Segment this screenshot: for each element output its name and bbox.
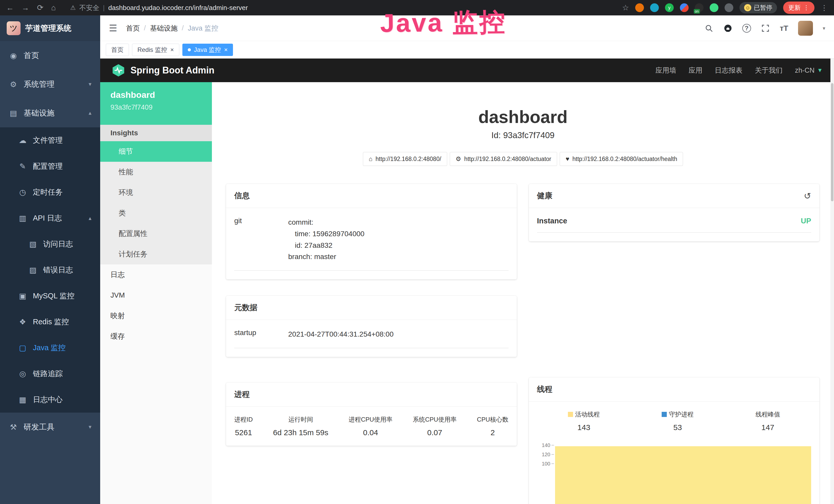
service-url-button[interactable]: ⌂ http://192.168.0.2:48080/ — [363, 152, 447, 166]
app-sidebar: ツ 芋道管理系统 ◉ 首页 ⚙ 系统管理 ▾ ▤ 基础设施 ▴ ☁ 文件管理 — [0, 16, 100, 504]
screen: ← → ⟳ ⌂ ⚠ 不安全 | dashboard.yudao.iocoder.… — [0, 0, 834, 504]
sba-nav-journal[interactable]: 日志报表 — [715, 66, 743, 75]
tab-java[interactable]: Java 监控 × — [182, 44, 233, 56]
help-icon[interactable]: ? — [742, 24, 751, 32]
extension-icon-3[interactable]: y — [665, 3, 674, 12]
sba-nav-about[interactable]: 关于我们 — [755, 66, 783, 75]
page-scrollbar[interactable] — [830, 59, 834, 504]
sidebar-item-system[interactable]: ⚙ 系统管理 ▾ — [0, 70, 100, 98]
extension-icon-1[interactable] — [635, 3, 644, 12]
sidebar-item-log-center[interactable]: ▦ 日志中心 — [0, 387, 100, 413]
home-icon[interactable]: ⌂ — [51, 4, 56, 12]
sba-item-env[interactable]: 环境 — [100, 182, 212, 203]
metadata-value: 2021-04-27T00:44:31.254+08:00 — [288, 329, 394, 340]
scrollbar-thumb[interactable] — [831, 83, 833, 201]
fullscreen-icon[interactable] — [761, 24, 770, 33]
infrastructure-icon: ▤ — [9, 109, 18, 118]
history-icon[interactable]: ↺ — [804, 191, 811, 201]
redis-monitor-icon: ❖ — [18, 317, 27, 326]
address-bar[interactable]: ⚠ 不安全 | dashboard.yudao.iocoder.cn/infra… — [70, 3, 248, 12]
extension-icon-4[interactable] — [680, 3, 688, 12]
sidebar-item-java[interactable]: ▢ Java 监控 — [0, 335, 100, 361]
sba-item-caches[interactable]: 缓存 — [100, 326, 212, 347]
sidebar-item-config[interactable]: ✎ 配置管理 — [0, 153, 100, 179]
breadcrumb-home[interactable]: 首页 — [126, 24, 140, 33]
actuator-url-button[interactable]: ⚙ http://192.168.0.2:48080/actuator — [450, 152, 557, 166]
browser-menu-icon[interactable]: ⋮ — [821, 4, 828, 12]
sba-brand[interactable]: Spring Boot Admin — [111, 63, 215, 77]
sidebar-item-devtools[interactable]: ⚒ 研发工具 ▾ — [0, 413, 100, 441]
extension-icon-6[interactable] — [710, 3, 719, 12]
extension-icon-2[interactable] — [650, 3, 659, 12]
url-text: dashboard.yudao.iocoder.cn/infra/admin-s… — [108, 4, 248, 12]
sba-nav-wallboard[interactable]: 应用墙 — [656, 66, 676, 75]
sidebar-item-jobs[interactable]: ◷ 定时任务 — [0, 179, 100, 205]
breadcrumb-current: Java 监控 — [188, 24, 218, 33]
close-icon[interactable]: × — [224, 46, 227, 53]
sba-item-details[interactable]: 细节 — [100, 141, 212, 162]
search-icon[interactable] — [704, 24, 714, 33]
font-size-icon[interactable]: ᴛT — [780, 24, 788, 32]
user-avatar[interactable] — [798, 21, 813, 36]
refresh-icon[interactable]: ⟳ — [37, 4, 43, 12]
close-icon[interactable]: × — [170, 46, 174, 53]
extension-icon-5[interactable]: on — [695, 3, 704, 12]
sidebar-item-access-log[interactable]: ▧ 访问日志 — [0, 231, 100, 257]
sba-nav-applications[interactable]: 应用 — [688, 66, 702, 75]
bookmark-star-icon[interactable]: ☆ — [622, 4, 629, 12]
legend-peak-threads: 线程峰值 147 — [755, 410, 780, 432]
app-logo[interactable]: ツ 芋道管理系统 — [0, 16, 100, 41]
sidebar-item-redis[interactable]: ❖ Redis 监控 — [0, 309, 100, 335]
process-metric: 进程CPU使用率 0.04 — [349, 415, 393, 437]
infra-submenu: ☁ 文件管理 ✎ 配置管理 ◷ 定时任务 ▥ API 日志 ▴ ▧ — [0, 127, 100, 413]
sba-item-metrics[interactable]: 性能 — [100, 162, 212, 182]
paused-badge[interactable]: ☺ 已暂停 — [740, 2, 777, 13]
sba-item-scheduled[interactable]: 计划任务 — [100, 244, 212, 265]
sba-sidebar: dashboard 93a3fc7f7409 Insights 细节 性能 环境… — [100, 82, 212, 504]
health-url-button[interactable]: ♥ http://192.168.0.2:48080/actuator/heal… — [560, 152, 683, 166]
instance-header: dashboard 93a3fc7f7409 — [100, 82, 212, 125]
instance-id: 93a3fc7f7409 — [110, 104, 202, 111]
log-center-icon: ▦ — [18, 395, 27, 404]
breadcrumb: 首页 / 基础设施 / Java 监控 — [126, 24, 218, 33]
trace-icon: ◎ — [18, 369, 27, 378]
sba-item-classes[interactable]: 类 — [100, 203, 212, 223]
sba-item-configprops[interactable]: 配置属性 — [100, 223, 212, 244]
live-threads-area — [555, 446, 811, 504]
sidebar-item-api-log[interactable]: ▥ API 日志 ▴ — [0, 205, 100, 231]
process-card-title: 进程 — [226, 383, 517, 407]
tab-redis[interactable]: Redis 监控 × — [132, 44, 179, 56]
sba-item-mappings[interactable]: 映射 — [100, 305, 212, 326]
sidebar-item-error-log[interactable]: ▨ 错误日志 — [0, 257, 100, 283]
update-button[interactable]: 更新 ⋮ — [783, 2, 814, 14]
sba-item-jvm[interactable]: JVM — [100, 285, 212, 305]
sba-navbar: Spring Boot Admin 应用墙 应用 日志报表 关于我们 zh-CN… — [100, 59, 834, 82]
detail-id: Id: 93a3fc7f7409 — [212, 131, 834, 140]
extension-icon-7[interactable] — [725, 3, 733, 12]
sidebar-item-files[interactable]: ☁ 文件管理 — [0, 127, 100, 153]
health-card: 健康 ↺ Instance UP — [529, 184, 820, 241]
sba-item-logs[interactable]: 日志 — [100, 265, 212, 285]
github-icon[interactable] — [723, 24, 732, 33]
java-monitor-icon: ▢ — [18, 343, 27, 352]
mysql-monitor-icon: ▣ — [18, 292, 27, 300]
metadata-key: startup — [234, 329, 288, 340]
health-instance-label: Instance — [537, 217, 567, 225]
sidebar-item-infra[interactable]: ▤ 基础设施 ▴ — [0, 98, 100, 127]
extension-on-badge: on — [694, 9, 700, 14]
active-dot-icon — [188, 48, 191, 51]
hamburger-icon[interactable]: ☰ — [109, 23, 117, 33]
avatar-caret-icon[interactable]: ▾ — [823, 25, 825, 31]
tab-home[interactable]: 首页 — [106, 44, 129, 56]
back-icon[interactable]: ← — [6, 4, 14, 12]
heart-icon: ♥ — [566, 155, 569, 162]
sidebar-item-mysql[interactable]: ▣ MySQL 监控 — [0, 283, 100, 309]
instance-name: dashboard — [110, 90, 202, 100]
sidebar-item-home[interactable]: ◉ 首页 — [0, 41, 100, 70]
smiley-icon: ☺ — [744, 4, 751, 11]
locale-selector[interactable]: zh-CN ▼ — [795, 67, 823, 74]
forward-icon[interactable]: → — [22, 4, 29, 12]
health-card-title: 健康 — [537, 190, 552, 201]
breadcrumb-infra[interactable]: 基础设施 — [150, 24, 178, 33]
sidebar-item-trace[interactable]: ◎ 链路追踪 — [0, 361, 100, 387]
